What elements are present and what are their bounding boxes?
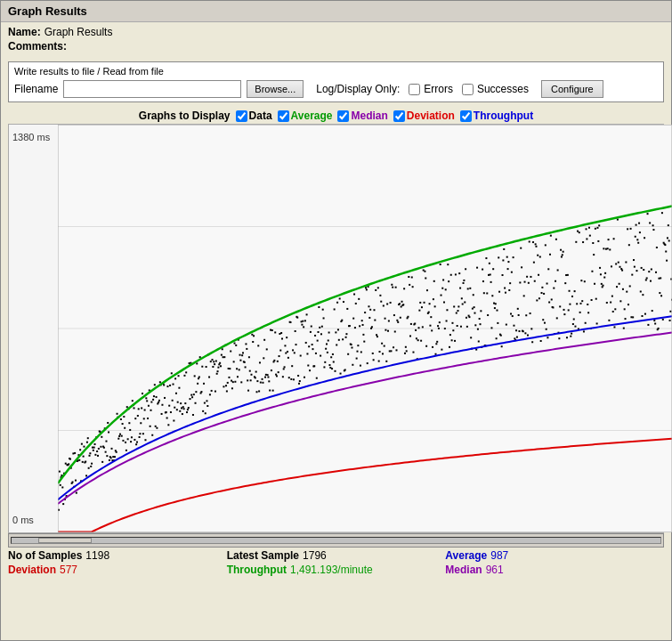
file-section: Write results to file / Read from file F… (8, 61, 664, 102)
scrollbar-thumb[interactable] (38, 538, 92, 543)
log-display-label: Log/Display Only: (316, 83, 400, 95)
no-of-samples-label: No of Samples (8, 549, 82, 562)
configure-button[interactable]: Configure (541, 80, 603, 98)
name-label: Name: (8, 26, 41, 38)
deviation-stat-label: Deviation (8, 564, 56, 576)
deviation-stat-value: 577 (60, 564, 77, 576)
throughput-stat: Throughput 1,491.193/minute (227, 564, 446, 576)
file-row: Filename Browse... Log/Display Only: Err… (14, 80, 658, 98)
successes-checkbox[interactable] (462, 84, 474, 95)
scrollbar-track[interactable] (11, 537, 661, 544)
deviation-label: Deviation (407, 110, 455, 122)
window-title: Graph Results (8, 4, 87, 18)
name-value: Graph Results (45, 26, 113, 38)
throughput-stat-label: Throughput (227, 564, 287, 576)
comments-label: Comments: (8, 40, 67, 53)
median-stat: Median 961 (445, 564, 664, 576)
stats-row-2: Deviation 577 Throughput 1,491.193/minut… (8, 564, 664, 576)
median-check-item: Median (337, 110, 387, 122)
graphs-label: Graphs to Display (139, 110, 231, 122)
scrollbar[interactable] (8, 533, 664, 548)
throughput-check-item: Throughput (460, 110, 533, 122)
median-stat-value: 961 (486, 564, 504, 576)
median-checkbox[interactable] (337, 110, 349, 122)
deviation-checkbox[interactable] (393, 110, 405, 122)
deviation-stat: Deviation 577 (8, 564, 227, 576)
average-stat: Average 987 (445, 549, 664, 562)
throughput-label: Throughput (474, 110, 533, 122)
data-check-item: Data (236, 110, 272, 122)
successes-label: Successes (477, 83, 529, 95)
stats-section: No of Samples 1198 Latest Sample 1796 Av… (1, 548, 671, 580)
file-section-title: Write results to file / Read from file (14, 66, 658, 77)
average-checkbox[interactable] (278, 110, 289, 122)
main-window: Graph Results Name: Graph Results Commen… (0, 0, 672, 641)
chart-area: 1380 ms 0 ms (8, 124, 664, 533)
throughput-stat-value: 1,491.193/minute (290, 564, 373, 576)
graphs-to-display: Graphs to Display Data Average Median De… (1, 106, 671, 124)
latest-sample-label: Latest Sample (227, 549, 299, 562)
throughput-checkbox[interactable] (460, 110, 472, 122)
graph-canvas (58, 125, 672, 532)
filename-label: Filename (14, 83, 58, 95)
data-checkbox[interactable] (236, 110, 247, 122)
successes-checkbox-group: Successes (462, 83, 529, 95)
errors-label: Errors (424, 83, 453, 95)
median-label: Median (351, 110, 387, 122)
y-axis-max-label: 1380 ms (12, 132, 50, 142)
samples-stat: No of Samples 1198 (8, 549, 227, 562)
y-axis-min-label: 0 ms (12, 515, 34, 525)
errors-checkbox[interactable] (409, 84, 420, 95)
data-label: Data (249, 110, 272, 122)
no-of-samples-value: 1198 (85, 549, 109, 562)
latest-sample-value: 1796 (303, 549, 327, 562)
median-stat-label: Median (445, 564, 482, 576)
title-bar: Graph Results (1, 1, 671, 22)
browse-button[interactable]: Browse... (247, 80, 304, 98)
errors-checkbox-group: Errors (409, 83, 453, 95)
form-section: Name: Graph Results Comments: (1, 22, 671, 58)
latest-sample-stat: Latest Sample 1796 (227, 549, 446, 562)
average-label: Average (291, 110, 333, 122)
average-check-item: Average (278, 110, 333, 122)
stats-row-1: No of Samples 1198 Latest Sample 1796 Av… (8, 549, 664, 562)
deviation-check-item: Deviation (393, 110, 455, 122)
name-row: Name: Graph Results (8, 26, 664, 38)
average-stat-value: 987 (490, 549, 508, 562)
average-stat-label: Average (445, 549, 487, 562)
filename-input[interactable] (63, 80, 241, 98)
comments-row: Comments: (8, 40, 664, 53)
